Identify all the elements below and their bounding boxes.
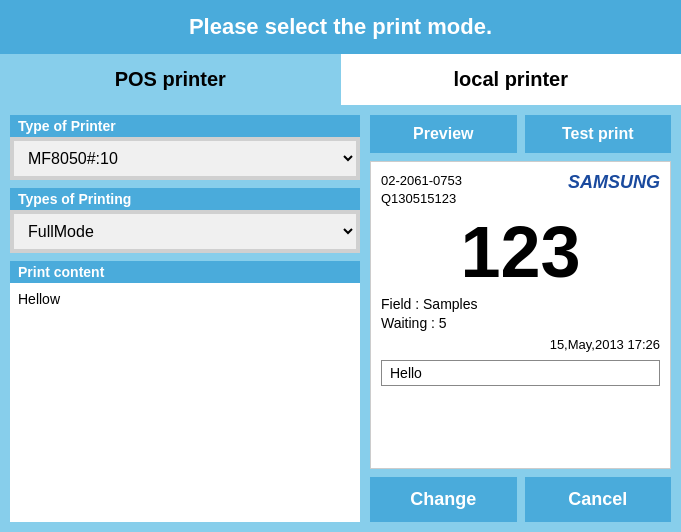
printing-type-label: Types of Printing bbox=[10, 188, 360, 210]
test-print-button[interactable]: Test print bbox=[525, 115, 672, 153]
preview-field-label: Field : Samples bbox=[381, 296, 660, 312]
printer-type-dropdown-wrapper: MF8050#:10 MF8050#:11 MF8050#:12 bbox=[10, 137, 360, 180]
printing-type-dropdown-wrapper: FullMode Partial TextOnly bbox=[10, 210, 360, 253]
tab-pos[interactable]: POS printer bbox=[0, 54, 341, 105]
print-content-value: Hellow bbox=[10, 283, 360, 522]
print-content-section: Print content Hellow bbox=[10, 261, 360, 522]
tab-local[interactable]: local printer bbox=[341, 54, 682, 105]
dialog: Please select the print mode. POS printe… bbox=[0, 0, 681, 532]
printer-type-select[interactable]: MF8050#:10 MF8050#:11 MF8050#:12 bbox=[14, 141, 356, 176]
preview-phone-number: 02-2061-0753 bbox=[381, 172, 462, 190]
right-top-buttons: Preview Test print bbox=[370, 115, 671, 153]
preview-queue-id: Q130515123 bbox=[381, 190, 462, 208]
bottom-buttons: Change Cancel bbox=[370, 477, 671, 522]
printing-type-section: Types of Printing FullMode Partial TextO… bbox=[10, 188, 360, 253]
right-panel: Preview Test print 02-2061-0753 Q1305151… bbox=[370, 115, 671, 522]
change-button[interactable]: Change bbox=[370, 477, 517, 522]
dialog-title: Please select the print mode. bbox=[189, 14, 492, 39]
preview-waiting-label: Waiting : 5 bbox=[381, 315, 660, 331]
preview-hello-input[interactable] bbox=[381, 360, 660, 386]
printer-type-label: Type of Printer bbox=[10, 115, 360, 137]
preview-button[interactable]: Preview bbox=[370, 115, 517, 153]
preview-number: 123 bbox=[381, 216, 660, 288]
printing-type-select[interactable]: FullMode Partial TextOnly bbox=[14, 214, 356, 249]
printer-type-section: Type of Printer MF8050#:10 MF8050#:11 MF… bbox=[10, 115, 360, 180]
preview-datetime: 15,May,2013 17:26 bbox=[381, 337, 660, 352]
mode-tabs: POS printer local printer bbox=[0, 54, 681, 105]
preview-phone: 02-2061-0753 Q130515123 bbox=[381, 172, 462, 208]
preview-header: 02-2061-0753 Q130515123 SAMSUNG bbox=[381, 172, 660, 208]
print-content-label: Print content bbox=[10, 261, 360, 283]
left-panel: Type of Printer MF8050#:10 MF8050#:11 MF… bbox=[10, 115, 360, 522]
cancel-button[interactable]: Cancel bbox=[525, 477, 672, 522]
preview-area: 02-2061-0753 Q130515123 SAMSUNG 123 Fiel… bbox=[370, 161, 671, 469]
content-area: Type of Printer MF8050#:10 MF8050#:11 MF… bbox=[0, 105, 681, 532]
title-bar: Please select the print mode. bbox=[0, 0, 681, 54]
preview-samsung-logo: SAMSUNG bbox=[568, 172, 660, 193]
